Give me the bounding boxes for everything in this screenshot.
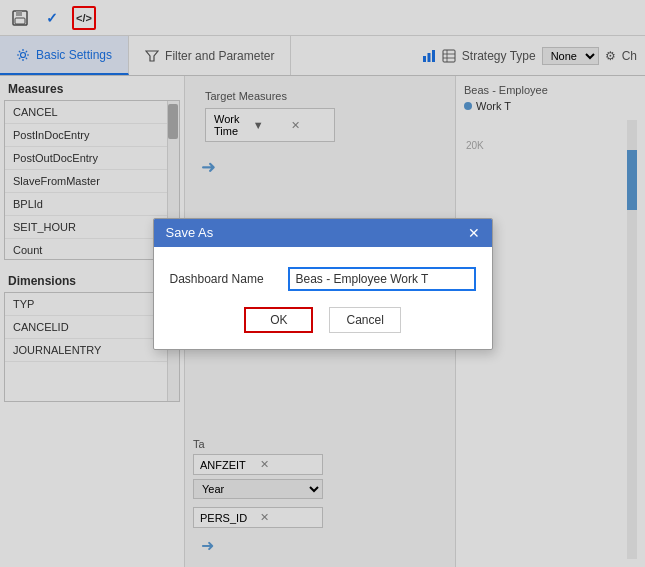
dashboard-name-row: Dashboard Name <box>170 267 476 291</box>
ok-button[interactable]: OK <box>244 307 313 333</box>
modal-buttons: OK Cancel <box>170 307 476 333</box>
save-as-modal: Save As ✕ Dashboard Name OK Cancel <box>153 218 493 350</box>
cancel-button[interactable]: Cancel <box>329 307 400 333</box>
modal-close-button[interactable]: ✕ <box>468 225 480 241</box>
dashboard-name-label: Dashboard Name <box>170 272 280 286</box>
modal-header: Save As ✕ <box>154 219 492 247</box>
modal-body: Dashboard Name OK Cancel <box>154 247 492 349</box>
modal-overlay: Save As ✕ Dashboard Name OK Cancel <box>0 0 645 567</box>
modal-title: Save As <box>166 225 214 240</box>
dashboard-name-input[interactable] <box>288 267 476 291</box>
